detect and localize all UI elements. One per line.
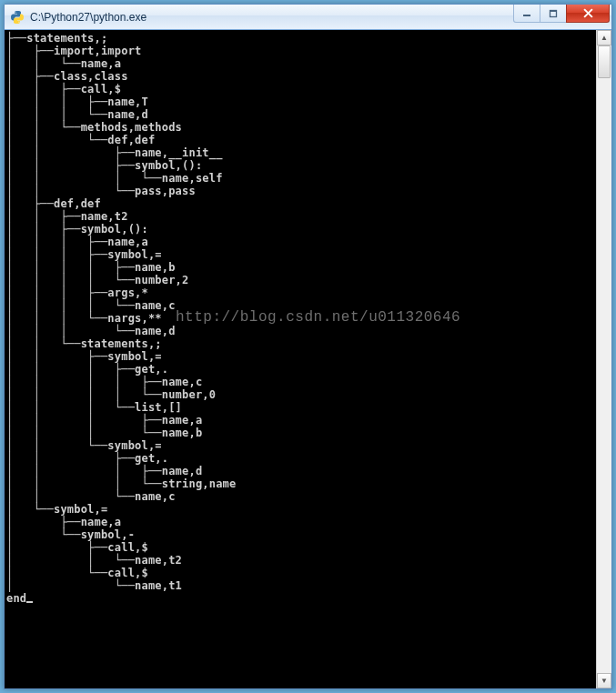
console-line: │ │ ├──call,$ <box>6 83 596 95</box>
console-line: │ │ └──name,a <box>6 57 596 70</box>
console-line: end <box>6 592 596 605</box>
console-line: │ │ ├──name,t2 <box>6 210 596 223</box>
console-line: │ │ ├──symbol,(): <box>6 223 596 236</box>
console-line: │ ├──def,def <box>6 197 596 210</box>
console-line: │ │ │ ├──name,T <box>6 95 596 108</box>
console-line: │ │ │ └──nargs,** <box>6 312 596 325</box>
close-button[interactable] <box>566 5 610 23</box>
console-line: │ │ │ │ ├──name,c <box>6 376 596 388</box>
console-line: │ │ │ └──name,d <box>6 108 596 121</box>
console-line: │ │ │ ├──symbol,= <box>6 248 596 261</box>
console-line: │ │ │ └──name,self <box>6 172 596 185</box>
console-line: │ └──symbol,- <box>6 528 596 541</box>
console-line: │ ├──class,class <box>6 70 596 83</box>
console-line: │ │ │ ├──get,. <box>6 363 596 376</box>
console-line: │ │ └──pass,pass <box>6 185 596 197</box>
console-line: │ ├──name,a <box>6 516 596 528</box>
client-area: ├──statements,;│ ├──import,import│ │ └──… <box>5 30 611 688</box>
console-line: │ └──symbol,= <box>6 503 596 516</box>
console-line: │ │ └──name,t2 <box>6 554 596 567</box>
console-line: │ ├──import,import <box>6 45 596 57</box>
maximize-button[interactable] <box>540 5 567 23</box>
console-line: │ │ │ │ └──number,0 <box>6 388 596 401</box>
chevron-down-icon: ▼ <box>601 677 608 685</box>
python-icon <box>10 10 25 25</box>
console-line: │ │ │ └──list,[] <box>6 401 596 414</box>
console-line: │ │ └──statements,; <box>6 337 596 350</box>
console-line: │ │ │ ├──name,a <box>6 414 596 427</box>
console-line: │ │ ├──name,__init__ <box>6 146 596 159</box>
window-title: C:\Python27\python.exe <box>30 11 509 24</box>
console-output[interactable]: ├──statements,;│ ├──import,import│ │ └──… <box>5 30 596 688</box>
text-cursor <box>26 601 33 603</box>
console-line: │ │ │ │ └──name,c <box>6 299 596 312</box>
console-line: │ │ └──symbol,= <box>6 439 596 452</box>
scroll-up-button[interactable]: ▲ <box>597 30 611 45</box>
console-line: │ │ └──name,c <box>6 490 596 503</box>
minimize-button[interactable] <box>513 5 540 23</box>
chevron-up-icon: ▲ <box>601 34 608 42</box>
console-line: │ │ │ └──name,b <box>6 427 596 439</box>
console-line: │ │ │ │ └──number,2 <box>6 274 596 286</box>
console-line: │ │ └──def,def <box>6 134 596 146</box>
console-line: │ │ │ ├──args,* <box>6 286 596 299</box>
console-line: │ │ │ ├──name,a <box>6 236 596 248</box>
console-line: │ └──name,t1 <box>6 579 596 592</box>
console-line: │ │ ├──get,. <box>6 452 596 465</box>
scrollbar-track[interactable] <box>597 45 611 673</box>
console-line: │ ├──call,$ <box>6 541 596 554</box>
console-line: ├──statements,; <box>6 32 596 45</box>
scrollbar-thumb[interactable] <box>598 45 611 78</box>
vertical-scrollbar[interactable]: ▲ ▼ <box>596 30 611 688</box>
console-line: │ │ │ └──name,d <box>6 325 596 337</box>
scroll-down-button[interactable]: ▼ <box>597 673 611 688</box>
console-line: │ │ │ └──string,name <box>6 477 596 490</box>
titlebar[interactable]: C:\Python27\python.exe <box>5 5 611 30</box>
console-line: │ │ │ ├──name,d <box>6 465 596 477</box>
console-line: │ │ ├──symbol,= <box>6 350 596 363</box>
window-controls <box>514 5 610 29</box>
console-line: │ │ ├──symbol,(): <box>6 159 596 172</box>
console-line: │ │ │ │ ├──name,b <box>6 261 596 274</box>
console-line: │ │ └──methods,methods <box>6 121 596 134</box>
console-window: C:\Python27\python.exe ├──statements,;│ … <box>4 4 612 689</box>
console-line: │ └──call,$ <box>6 567 596 579</box>
